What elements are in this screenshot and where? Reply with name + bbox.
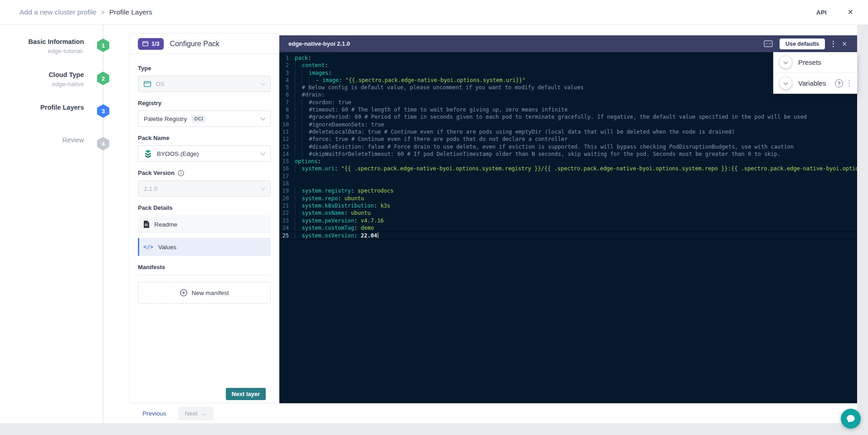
code-line: 23 system.peVersion: v4.7.16 — [279, 217, 857, 224]
code-line: 1pack: — [279, 54, 857, 62]
variables-row[interactable]: Variables ? — [773, 73, 857, 94]
close-wizard-icon[interactable]: ✕ — [848, 9, 853, 16]
presets-expand-button[interactable] — [780, 56, 792, 68]
editor-close-icon[interactable]: ✕ — [842, 41, 847, 47]
code-line: 5 # Below config is default value, pleas… — [279, 84, 857, 91]
code-line: 7 #cordon: true — [279, 99, 857, 106]
breadcrumb-separator: > — [101, 9, 105, 16]
pack-step-count: 1/3 — [151, 41, 159, 47]
code-line: 2 content: — [279, 62, 857, 69]
readme-tab[interactable]: Readme — [138, 215, 271, 233]
code-line: 4 - image: "{{.spectro.pack.edge-native-… — [279, 77, 857, 84]
editor-side-panel: Presets Variables ? — [773, 52, 857, 94]
code-icon: </> — [143, 244, 153, 250]
code-line: 12 #force: true # Continue even if there… — [279, 135, 857, 143]
code-line: 25 system.osVersion: 22.04 — [279, 232, 857, 240]
right-gutter — [857, 25, 868, 435]
editor-menu-icon[interactable] — [832, 40, 835, 48]
type-label: Type — [138, 65, 271, 72]
previous-button[interactable]: Previous — [142, 410, 166, 417]
yaml-editor-panel: edge-native-byoi 2.1.0 Use defaults ✕ 1p… — [279, 35, 857, 403]
variables-expand-button[interactable] — [780, 77, 792, 89]
code-line: 19 system.registry: spectrodocs — [279, 187, 857, 194]
code-line: 18 — [279, 180, 857, 187]
arrow-right-icon: → — [200, 410, 207, 417]
step-title: Basic Information — [29, 38, 84, 46]
code-line: 24 system.customTag: demo — [279, 224, 857, 232]
new-manifest-button[interactable]: New manifest — [138, 282, 271, 304]
stepper-step-profile-layers[interactable]: Profile Layers 3 — [0, 103, 115, 122]
variables-label: Variables — [798, 79, 826, 87]
next-button[interactable]: Next → — [178, 406, 214, 420]
editor-title: edge-native-byoi 2.1.0 — [288, 40, 350, 47]
variables-help-icon[interactable]: ? — [835, 79, 843, 87]
stepper-step-basic-information[interactable]: Basic Information edge-tutorial- 1 — [0, 38, 115, 57]
step-title: Profile Layers — [40, 103, 84, 111]
chevron-down-icon — [260, 150, 265, 155]
breadcrumb-current: Profile Layers — [109, 8, 152, 16]
stepper-step-review[interactable]: Review 4 — [0, 136, 115, 155]
code-line: 17 — [279, 173, 857, 180]
code-line: 11 #deleteLocalData: true # Continue eve… — [279, 128, 857, 135]
diff-editor-icon[interactable] — [764, 40, 773, 47]
variables-menu-icon[interactable] — [848, 79, 851, 87]
code-line: 15options: — [279, 158, 857, 165]
next-layer-button[interactable]: Next layer — [226, 388, 266, 400]
registry-select[interactable]: Palette Registry OCI — [138, 111, 271, 127]
pack-details-label: Pack Details — [138, 204, 271, 211]
api-button[interactable]: API — [816, 9, 827, 16]
step-title: Review — [62, 136, 84, 144]
text-cursor — [378, 232, 379, 238]
chevron-down-icon — [260, 115, 265, 120]
wizard-footer: Previous Next → — [103, 403, 857, 423]
pack-name-label: Pack Name — [138, 135, 271, 141]
step-subtitle: edge-tutorial- — [29, 48, 84, 54]
readme-label: Readme — [154, 221, 177, 228]
step-number-badge: 4 — [97, 137, 109, 150]
code-line: 8 #timeout: 60 # The length of time to w… — [279, 106, 857, 113]
step-title: Cloud Type — [49, 71, 84, 79]
info-icon[interactable] — [178, 170, 184, 176]
help-chat-button[interactable] — [841, 409, 861, 429]
chat-bubble-icon — [846, 414, 856, 424]
stepper-step-cloud-type[interactable]: Cloud Type edge-native 2 — [0, 71, 115, 90]
yaml-code-area[interactable]: 1pack:2 content:3 images:4 - image: "{{.… — [279, 52, 857, 403]
chevron-down-icon — [260, 185, 265, 190]
pack-version-value: 2.1.0 — [144, 185, 157, 192]
step-number-badge: 2 — [97, 72, 109, 85]
type-select[interactable]: OS — [138, 76, 271, 92]
pack-version-label: Pack Version — [138, 169, 271, 176]
step-subtitle: edge-native — [49, 81, 84, 87]
os-icon — [144, 81, 151, 87]
bottom-gutter — [0, 423, 868, 435]
code-line: 3 images: — [279, 69, 857, 77]
registry-value: Palette Registry — [144, 116, 187, 122]
chevron-down-icon — [260, 80, 265, 85]
pack-name-select[interactable]: BYOOS (Edge) — [138, 145, 271, 162]
oci-badge: OCI — [191, 115, 206, 123]
pack-name-value: BYOOS (Edge) — [157, 150, 199, 157]
page: Add a new cluster profile > Profile Laye… — [0, 0, 868, 435]
manifests-label: Manifests — [138, 264, 271, 271]
pack-panel-title: Configure Pack — [170, 40, 219, 48]
new-manifest-label: New manifest — [192, 290, 229, 296]
pack-panel-header: 1/3 Configure Pack — [130, 34, 279, 54]
registry-label: Registry — [138, 100, 271, 106]
values-label: Values — [158, 244, 176, 251]
values-tab[interactable]: </> Values — [138, 238, 271, 256]
code-line: 13 #disableEviction: false # Force drain… — [279, 143, 857, 150]
pack-version-select[interactable]: 2.1.0 — [138, 180, 271, 197]
use-defaults-button[interactable]: Use defaults — [780, 39, 825, 49]
breadcrumb-parent-link[interactable]: Add a new cluster profile — [20, 8, 97, 16]
step-number-badge: 3 — [97, 104, 109, 118]
step-number-badge: 1 — [97, 39, 109, 52]
presets-row[interactable]: Presets — [773, 52, 857, 73]
type-value: OS — [156, 81, 165, 87]
presets-label: Presets — [798, 58, 821, 66]
manifests-divider — [138, 275, 271, 276]
code-line: 22 system.osName: ubuntu — [279, 209, 857, 217]
code-line: 9 #gracePeriod: 60 # Period of time in s… — [279, 113, 857, 121]
pack-step-badge: 1/3 — [138, 38, 164, 50]
code-line: 16 system.uri: "{{ .spectro.pack.edge-na… — [279, 165, 857, 172]
code-line: 10 #ignoreDaemonSets: true — [279, 121, 857, 128]
